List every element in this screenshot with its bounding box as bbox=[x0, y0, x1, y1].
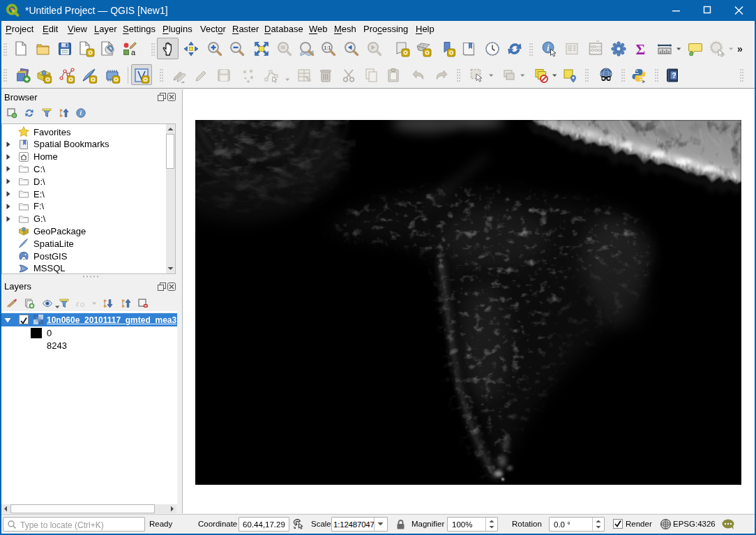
svg-text:ε: ε bbox=[76, 299, 80, 308]
svg-text:a: a bbox=[131, 48, 136, 56]
svg-text:?: ? bbox=[672, 72, 676, 80]
svg-text:i: i bbox=[80, 110, 82, 116]
svg-text:»: » bbox=[737, 43, 743, 54]
svg-text:Σ: Σ bbox=[636, 41, 646, 58]
svg-text:1:1: 1:1 bbox=[324, 45, 331, 50]
